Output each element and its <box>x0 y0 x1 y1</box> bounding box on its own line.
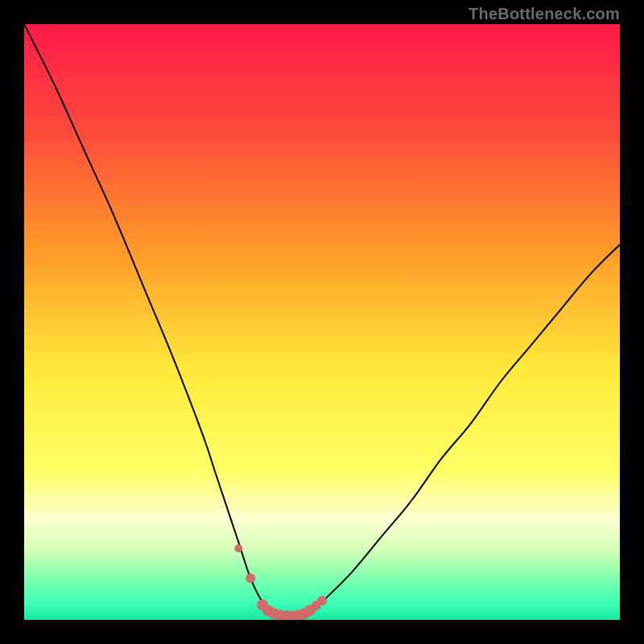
chart-container: TheBottleneck.com <box>0 0 644 644</box>
highlight-marker <box>317 596 327 605</box>
highlight-marker <box>234 544 242 552</box>
bottleneck-curve <box>24 24 620 620</box>
highlight-marker <box>246 573 255 583</box>
watermark-label: TheBottleneck.com <box>469 5 620 23</box>
plot-area <box>24 24 620 620</box>
highlight-markers <box>234 544 327 620</box>
curve-layer <box>24 24 620 620</box>
